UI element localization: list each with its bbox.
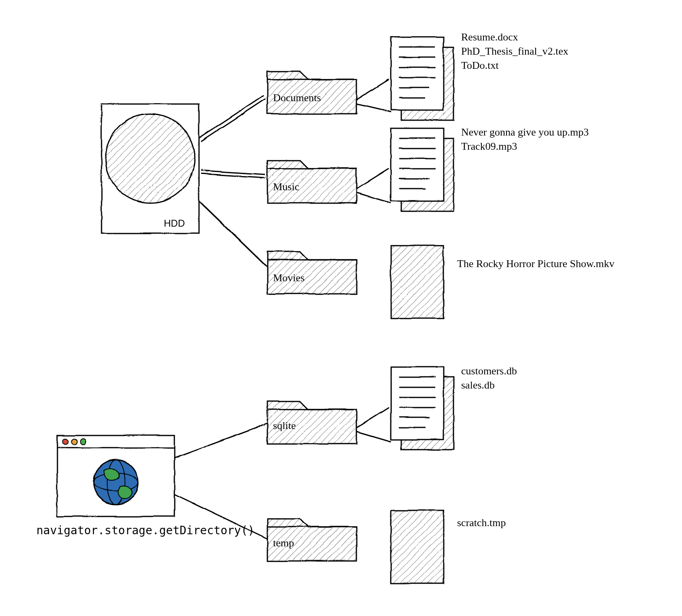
svg-rect-31 xyxy=(390,245,443,318)
hdd-icon xyxy=(101,103,198,233)
folder-documents-label: Documents xyxy=(273,92,321,104)
music-file-1: Track09.mp3 xyxy=(461,140,517,152)
folder-sqlite-label: sqlite xyxy=(273,420,296,431)
svg-rect-45 xyxy=(390,366,443,439)
browser-api-label: navigator.storage.getDirectory() xyxy=(36,524,254,537)
file-temp xyxy=(390,510,443,583)
svg-point-37 xyxy=(93,459,138,504)
svg-line-5 xyxy=(200,98,265,141)
hdd-connectors xyxy=(198,95,267,267)
movies-file-0: The Rocky Horror Picture Show.mkv xyxy=(457,258,614,270)
browser-connectors xyxy=(174,423,267,538)
svg-rect-13 xyxy=(390,36,443,109)
documents-file-2: ToDo.txt xyxy=(461,59,499,71)
globe-icon xyxy=(93,459,138,504)
music-file-0: Never gonna give you up.mp3 xyxy=(461,126,589,138)
file-stack-music xyxy=(390,127,453,210)
svg-line-10 xyxy=(356,79,388,99)
temp-file-0: scratch.tmp xyxy=(457,517,506,529)
svg-line-42 xyxy=(356,407,388,427)
file-movies xyxy=(390,245,443,318)
folder-temp-label: temp xyxy=(273,537,294,549)
file-stack-sqlite xyxy=(390,366,453,449)
sqlite-file-0: customers.db xyxy=(461,365,517,377)
documents-file-0: Resume.docx xyxy=(461,31,518,43)
music-file-connector xyxy=(356,168,390,202)
svg-line-11 xyxy=(356,103,390,111)
svg-line-4 xyxy=(198,95,263,138)
svg-line-20 xyxy=(356,168,388,188)
svg-point-3 xyxy=(105,113,194,202)
sqlite-file-connector xyxy=(356,407,390,441)
documents-file-connector xyxy=(356,79,390,111)
svg-line-40 xyxy=(174,423,267,457)
svg-point-36 xyxy=(80,438,85,444)
hdd-label: HDD xyxy=(164,218,185,229)
svg-line-21 xyxy=(356,192,390,202)
svg-rect-23 xyxy=(390,127,443,200)
browser-window-icon xyxy=(57,435,174,516)
svg-point-34 xyxy=(62,438,68,444)
file-stack-documents xyxy=(390,36,453,119)
svg-rect-53 xyxy=(390,510,443,583)
sqlite-file-1: sales.db xyxy=(461,379,495,391)
folder-movies-label: Movies xyxy=(273,272,305,284)
svg-line-43 xyxy=(356,431,390,441)
folder-music-label: Music xyxy=(273,181,299,193)
svg-line-9 xyxy=(201,202,267,267)
documents-file-1: PhD_Thesis_final_v2.tex xyxy=(461,45,568,57)
svg-point-35 xyxy=(71,438,76,444)
